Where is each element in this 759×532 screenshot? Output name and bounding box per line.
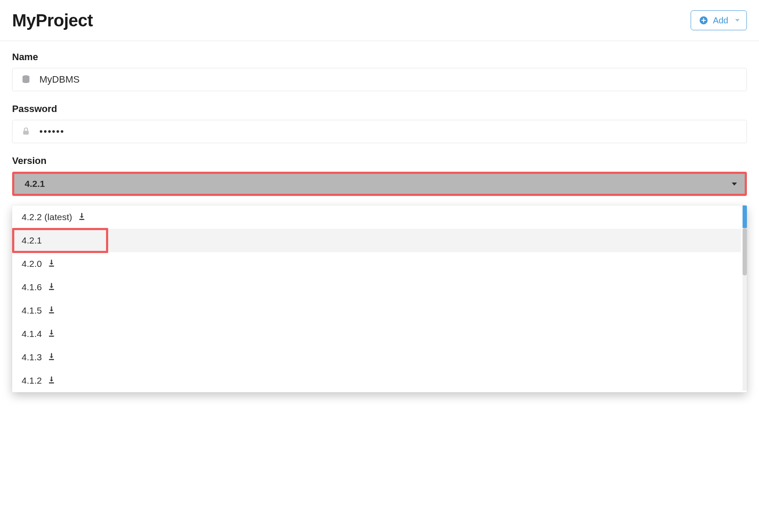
version-option[interactable]: 4.1.6 (12, 276, 741, 299)
svg-rect-4 (23, 131, 29, 135)
download-icon (47, 306, 57, 315)
version-option-label: 4.1.4 (22, 329, 42, 339)
version-option[interactable]: 4.2.2 (latest) (12, 205, 741, 229)
add-button-label: Add (713, 16, 728, 26)
download-icon (77, 212, 87, 222)
version-select[interactable]: 4.2.1 (14, 174, 745, 194)
version-option-label: 4.1.3 (22, 352, 42, 362)
svg-rect-6 (49, 266, 54, 267)
scroll-accent (743, 205, 747, 228)
version-option-highlight: 4.2.1 (12, 228, 108, 253)
svg-rect-9 (49, 336, 54, 337)
caret-down-icon (735, 19, 740, 22)
download-icon (47, 376, 57, 385)
name-field: Name (12, 51, 747, 91)
version-option-label: 4.1.5 (22, 305, 42, 316)
version-selected-value: 4.2.1 (25, 179, 45, 189)
version-option[interactable]: 4.1.2 (12, 369, 741, 392)
name-input-row (12, 68, 747, 91)
version-option-label: 4.2.0 (22, 259, 42, 269)
version-option[interactable]: 4.1.4 (12, 322, 741, 346)
password-label: Password (12, 103, 747, 115)
svg-rect-10 (49, 359, 54, 360)
version-option[interactable]: 4.1.3 (12, 346, 741, 369)
name-input[interactable] (39, 74, 739, 86)
caret-down-icon (732, 183, 737, 186)
download-icon (47, 329, 57, 339)
lock-icon (20, 126, 32, 137)
version-select-highlight: 4.2.1 (12, 172, 747, 196)
version-field: Version 4.2.1 (12, 155, 747, 196)
name-label: Name (12, 51, 747, 63)
password-input[interactable] (39, 125, 739, 138)
version-label: Version (12, 155, 747, 167)
download-icon (47, 259, 57, 269)
version-option-label: 4.2.1 (22, 235, 42, 245)
add-button[interactable]: Add (691, 10, 747, 30)
plus-circle-icon (699, 16, 708, 25)
version-option[interactable]: 4.1.5 (12, 299, 741, 322)
version-dropdown: 4.2.2 (latest)4.2.14.2.04.1.64.1.54.1.44… (12, 205, 747, 392)
page-title: MyProject (12, 11, 93, 30)
header: MyProject Add (0, 0, 759, 41)
download-icon (47, 353, 57, 362)
version-option[interactable]: 4.2.0 (12, 252, 741, 276)
password-field: Password (12, 103, 747, 143)
version-option-label: 4.1.6 (22, 282, 42, 292)
version-option-label: 4.1.2 (22, 375, 42, 386)
svg-rect-8 (49, 312, 54, 314)
svg-rect-11 (49, 382, 54, 384)
download-icon (47, 282, 57, 292)
version-option-label: 4.2.2 (latest) (22, 212, 72, 222)
svg-rect-5 (79, 219, 84, 220)
version-option[interactable]: 4.2.1 (12, 229, 741, 252)
svg-rect-7 (49, 289, 54, 290)
password-input-row (12, 120, 747, 143)
scrollbar-thumb[interactable] (743, 228, 747, 276)
database-icon (20, 74, 32, 85)
